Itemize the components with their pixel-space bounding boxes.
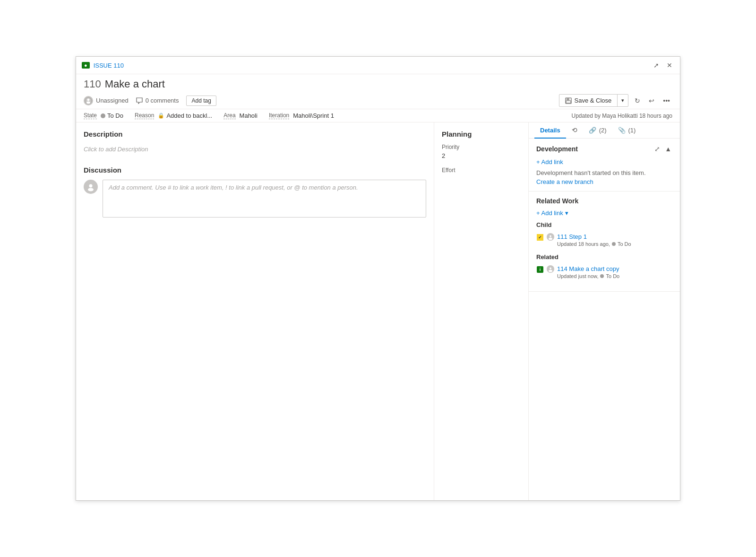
close-button[interactable]: ✕: [665, 60, 674, 71]
comments-button[interactable]: 0 comments: [136, 97, 179, 104]
child-work-item: ✓ 111 Step 1: [536, 231, 672, 249]
title-bar: ● ISSUE 110 ➚ ✕: [76, 57, 680, 74]
svg-point-11: [549, 238, 552, 240]
issue-title[interactable]: Make a chart: [105, 78, 165, 90]
related-work-section: Related Work + Add link ▾ Child ✓: [529, 191, 680, 292]
child-item-avatar: [547, 233, 554, 241]
main-content: Description Click to add Description Dis…: [76, 122, 680, 500]
svg-point-7: [89, 184, 93, 188]
assignee-field[interactable]: Unassigned: [84, 96, 129, 105]
related-work-item: i 114 Make a chart copy: [536, 263, 672, 281]
child-item-link[interactable]: 111 Step 1: [557, 233, 587, 240]
description-placeholder[interactable]: Click to add Description: [84, 144, 426, 155]
related-work-title: Related Work: [536, 197, 672, 205]
tab-attachments[interactable]: 📎 (1): [612, 123, 642, 139]
dev-add-link-button[interactable]: + Add link: [536, 158, 563, 165]
tabs-bar: Details ⟲ 🔗 (2) 📎 (1): [529, 122, 680, 139]
svg-point-2: [86, 101, 90, 104]
related-item-details: 114 Make a chart copy Updated just now, …: [557, 265, 672, 279]
tab-details[interactable]: Details: [534, 123, 566, 139]
child-status-dot: [612, 242, 616, 246]
create-branch-link[interactable]: Create a new branch: [536, 178, 593, 185]
save-close-button[interactable]: Save & Close: [559, 95, 618, 106]
more-options-button[interactable]: •••: [661, 95, 672, 107]
child-item-details: 111 Step 1 Updated 18 hours ago, To Do: [557, 233, 672, 247]
related-item-meta: Updated just now, To Do: [557, 273, 672, 279]
planning-title: Planning: [442, 130, 521, 138]
area-value[interactable]: Maholi: [240, 112, 258, 119]
child-item-type-icon: ✓: [536, 234, 544, 241]
updated-info: Updated by Maya Holikatti 18 hours ago: [572, 113, 672, 119]
related-item-link[interactable]: 114 Make a chart copy: [557, 265, 619, 272]
title-bar-left: ● ISSUE 110: [82, 62, 124, 69]
state-value[interactable]: To Do: [101, 112, 123, 119]
comment-input[interactable]: Add a comment. Use # to link a work item…: [103, 180, 426, 218]
attachment-icon: 📎: [618, 127, 626, 134]
more-icon: •••: [663, 97, 670, 104]
planning-column: Planning Priority 2 Effort: [434, 122, 529, 500]
area-label[interactable]: Area: [223, 112, 235, 119]
priority-item: Priority 2: [442, 144, 521, 159]
related-status-dot: [600, 274, 604, 278]
state-group: State To Do: [84, 112, 123, 119]
development-section: Development ⤢ ▲ + Add link Development h…: [529, 139, 680, 191]
reason-label[interactable]: Reason: [135, 112, 154, 119]
refresh-button[interactable]: ↻: [632, 95, 643, 107]
comment-area: Add a comment. Use # to link a work item…: [84, 180, 426, 218]
avatar: [84, 96, 93, 105]
iteration-value[interactable]: Maholi\Sprint 1: [293, 112, 334, 119]
task-icon: ✓: [537, 234, 543, 241]
related-category-label: Related: [536, 253, 672, 261]
svg-rect-5: [566, 101, 571, 103]
svg-rect-4: [567, 98, 569, 100]
close-icon: ✕: [667, 61, 672, 69]
discussion-section: Discussion Add a comment. Use # to link …: [84, 166, 426, 218]
unassigned-label: Unassigned: [96, 97, 129, 104]
effort-label: Effort: [442, 167, 521, 174]
iteration-label[interactable]: Iteration: [269, 112, 289, 119]
comment-placeholder: Add a comment. Use # to link a work item…: [109, 184, 358, 191]
related-add-link-button[interactable]: + Add link ▾: [536, 209, 568, 217]
issue-icon: i: [537, 266, 543, 273]
priority-label: Priority: [442, 144, 521, 150]
expand-icon: ➚: [653, 61, 659, 69]
tab-history[interactable]: ⟲: [566, 122, 583, 139]
state-label[interactable]: State: [84, 112, 97, 119]
issue-type-badge: ●: [82, 62, 90, 69]
issue-link[interactable]: ISSUE 110: [94, 62, 124, 69]
state-dot: [101, 113, 105, 118]
development-icons: ⤢ ▲: [653, 144, 672, 154]
expand-button[interactable]: ➚: [652, 60, 661, 71]
effort-item: Effort: [442, 167, 521, 174]
collapse-dev-button[interactable]: ▲: [664, 144, 672, 154]
reason-group: Reason 🔒 Added to backl...: [135, 112, 212, 119]
save-close-group: Save & Close ▾: [559, 94, 629, 107]
save-close-dropdown[interactable]: ▾: [618, 95, 628, 106]
development-title: Development: [536, 145, 578, 153]
expand-dev-button[interactable]: ⤢: [653, 144, 661, 154]
links-icon: 🔗: [589, 127, 596, 134]
right-panel: Details ⟲ 🔗 (2) 📎 (1) Development: [529, 122, 680, 500]
development-header: Development ⤢ ▲: [536, 144, 672, 154]
description-column: Description Click to add Description Dis…: [76, 122, 434, 500]
area-group: Area Maholi: [223, 112, 258, 119]
dev-no-start-text: Development hasn't started on this item.: [536, 169, 672, 176]
history-icon: ⟲: [572, 126, 577, 134]
lock-icon: 🔒: [158, 113, 164, 119]
related-item-type-icon: i: [536, 266, 544, 273]
related-item-avatar: [547, 265, 554, 273]
child-item-meta: Updated 18 hours ago, To Do: [557, 241, 672, 247]
tab-links[interactable]: 🔗 (2): [583, 123, 612, 139]
reason-value[interactable]: 🔒 Added to backl...: [158, 112, 212, 119]
toolbar: Unassigned 0 comments Add tag Save & Cl: [76, 92, 680, 109]
add-tag-button[interactable]: Add tag: [186, 96, 216, 106]
svg-point-8: [88, 188, 94, 191]
child-category-label: Child: [536, 221, 672, 228]
description-section: Description Click to add Description: [84, 130, 426, 155]
comments-count: 0 comments: [146, 97, 179, 104]
issue-number: 110: [84, 78, 101, 90]
iteration-group: Iteration Maholi\Sprint 1: [269, 112, 334, 119]
undo-button[interactable]: ↩: [646, 95, 657, 107]
metadata-row: State To Do Reason 🔒 Added to backl... A…: [76, 109, 680, 122]
priority-value[interactable]: 2: [442, 152, 521, 159]
